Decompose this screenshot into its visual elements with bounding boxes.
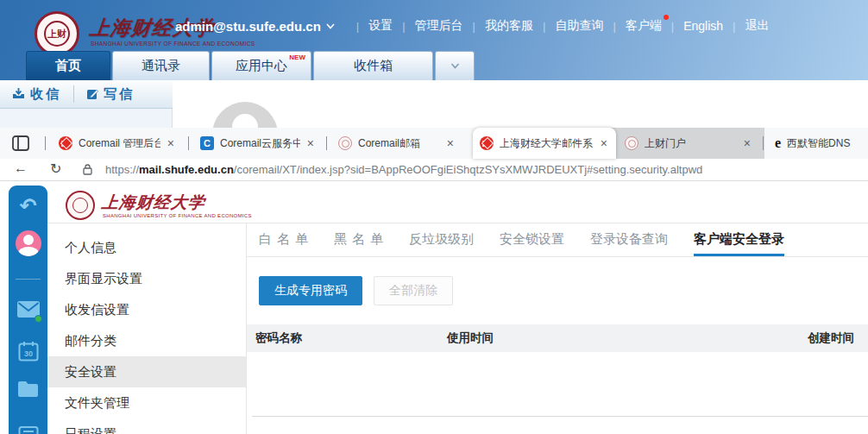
settings-sidebar: 个人信息 界面显示设置 收发信设置 邮件分类 安全设置 文件夹管理 日程设置 <box>47 223 246 434</box>
webmail-window: 上财 上海财经大学 SHANGHAI UNIVERSITY OF FINANCE… <box>0 0 868 128</box>
webmail-top-nav: admin@stu.sufe.edu.cn | 设置 | 管理后台 | 我的客服… <box>175 18 769 34</box>
tab-security-lock[interactable]: 安全锁设置 <box>500 223 564 256</box>
compose-icon <box>86 88 98 100</box>
mail-nav-button[interactable] <box>9 301 47 321</box>
receive-mail-icon <box>12 88 25 100</box>
menu-self-query[interactable]: 自助查询 <box>555 18 603 34</box>
coremail-icon <box>480 136 494 150</box>
user-avatar[interactable] <box>9 230 47 256</box>
menu-admin-console[interactable]: 管理后台 <box>415 18 463 34</box>
greeting-avatar <box>212 102 278 128</box>
sidebar-item-schedule[interactable]: 日程设置 <box>47 418 246 434</box>
sidebar-item-mail-category[interactable]: 邮件分类 <box>47 325 246 356</box>
menu-settings[interactable]: 设置 <box>368 18 393 34</box>
password-table-header: 密码名称 使用时间 创建时间 <box>247 324 868 352</box>
col-password-name: 密码名称 <box>255 324 302 352</box>
browser-tabstrip: Coremail 管理后台 × C Coremail云服务中 × Coremai… <box>0 128 868 159</box>
university-seal-logo: 上财 <box>35 11 79 56</box>
new-badge: NEW <box>289 53 305 61</box>
col-use-time: 使用时间 <box>447 324 494 352</box>
sufe-seal-icon <box>625 136 638 150</box>
menu-logout[interactable]: 退出 <box>745 18 769 34</box>
sidebar-item-send-receive[interactable]: 收发信设置 <box>47 294 246 325</box>
coremail-icon <box>59 136 72 150</box>
tab-actions-icon[interactable] <box>12 135 29 151</box>
chevron-down-icon[interactable] <box>326 23 335 29</box>
url-text[interactable]: https://mail.shufe.edu.cn/coremail/XT/in… <box>105 163 702 176</box>
close-tab-icon[interactable]: × <box>166 136 176 150</box>
schedule-nav-button[interactable] <box>9 425 47 434</box>
security-tabs: 白名单 黑名单 反垃圾级别 安全锁设置 登录设备查询 客户端安全登录 <box>247 223 868 257</box>
lock-icon[interactable] <box>83 164 92 175</box>
settings-page: ↶ 30 <box>0 181 868 434</box>
menu-english[interactable]: English <box>683 19 723 33</box>
browser-tab-sufe-portal[interactable]: 上财门户 × <box>618 128 759 159</box>
svg-text:30: 30 <box>23 349 32 358</box>
browser-tab-sufe-mail-active[interactable]: 上海财经大学邮件系 × <box>473 128 616 159</box>
reload-icon[interactable]: ↻ <box>50 160 61 177</box>
close-tab-icon[interactable]: × <box>599 136 609 150</box>
close-tab-icon[interactable]: × <box>445 136 456 150</box>
browser-tab-coremail-admin[interactable]: Coremail 管理后台 × <box>52 128 183 159</box>
sidebar-item-security[interactable]: 安全设置 <box>47 356 246 387</box>
back-icon[interactable]: ← <box>14 160 28 176</box>
sufe-seal-logo <box>66 191 95 220</box>
generate-password-button[interactable]: 生成专用密码 <box>259 276 362 305</box>
webmail-banner: 上财 上海财经大学 SHANGHAI UNIVERSITY OF FINANCE… <box>0 0 868 80</box>
tab-whitelist[interactable]: 白名单 <box>259 223 313 256</box>
col-create-time: 创建时间 <box>808 324 854 352</box>
ie-icon: e <box>775 136 781 150</box>
tab-login-devices[interactable]: 登录设备查询 <box>590 223 668 256</box>
compose-mail-button[interactable]: 写信 <box>74 80 147 108</box>
page-logo-en: SHANGHAI UNIVERSITY OF FINANCE AND ECONO… <box>103 213 252 218</box>
calendar-icon: 30 <box>18 341 39 362</box>
browser-tab-coremail-mailbox[interactable]: Coremail邮箱 × <box>331 128 462 159</box>
mail-toolbar: 收信 写信 <box>0 80 173 109</box>
browser-window: Coremail 管理后台 × C Coremail云服务中 × Coremai… <box>0 128 868 434</box>
coremail-cloud-icon: C <box>200 136 214 150</box>
tab-overflow-dropdown[interactable] <box>435 51 475 80</box>
undo-icon: ↶ <box>19 196 36 217</box>
schedule-icon <box>18 425 39 434</box>
tab-contacts[interactable]: 通讯录 <box>112 51 210 80</box>
clear-all-button[interactable]: 全部清除 <box>374 276 453 305</box>
menu-my-support[interactable]: 我的客服 <box>485 18 533 34</box>
receive-mail-button[interactable]: 收信 <box>0 80 73 108</box>
left-icon-rail: ↶ 30 <box>9 186 47 434</box>
notification-dot <box>664 15 669 20</box>
close-tab-icon[interactable]: × <box>742 136 752 150</box>
sidebar-item-personal-info[interactable]: 个人信息 <box>47 232 246 263</box>
back-button[interactable]: ↶ <box>9 196 47 217</box>
sidebar-item-folder-mgmt[interactable]: 文件夹管理 <box>47 387 246 418</box>
university-name-en: SHANGHAI UNIVERSITY OF FINANCE AND ECONO… <box>91 41 255 47</box>
tab-home[interactable]: 首页 <box>26 51 110 80</box>
webmail-tabbar: 首页 通讯录 应用中心NEW 收件箱 <box>26 51 476 80</box>
menu-client[interactable]: 客户端 <box>626 18 662 34</box>
table-bottom-divider <box>252 416 868 417</box>
close-tab-icon[interactable]: × <box>305 136 316 150</box>
sufe-seal-icon <box>338 136 352 150</box>
browser-tab-dns[interactable]: e 西默智能DNS <box>768 128 868 159</box>
account-dropdown[interactable]: admin@stu.sufe.edu.cn <box>175 19 321 34</box>
folder-icon <box>17 381 39 398</box>
browser-tab-coremail-cloud[interactable]: C Coremail云服务中 × <box>193 128 323 159</box>
tab-client-secure-login[interactable]: 客户端安全登录 <box>694 223 784 256</box>
sidebar-item-display[interactable]: 界面显示设置 <box>47 263 246 294</box>
chevron-down-icon <box>450 63 460 69</box>
folders-nav-button[interactable] <box>9 381 47 398</box>
online-status-dot <box>35 315 42 323</box>
tab-antispam-level[interactable]: 反垃圾级别 <box>409 223 474 256</box>
calendar-nav-button[interactable]: 30 <box>9 341 47 362</box>
security-content: 白名单 黑名单 反垃圾级别 安全锁设置 登录设备查询 客户端安全登录 生成专用密… <box>247 223 868 434</box>
browser-addressbar: ← ↻ https://mail.shufe.edu.cn/coremail/X… <box>0 159 868 181</box>
tab-inbox[interactable]: 收件箱 <box>313 51 433 80</box>
tab-app-center[interactable]: 应用中心NEW <box>211 51 311 80</box>
page-logo-cn: 上海财经大学 <box>101 192 207 214</box>
webmail-subheader: 收信 写信 admin，中午好，吃饭的时候最好不要盯着电脑哦。 <box>0 80 868 128</box>
tab-blacklist[interactable]: 黑名单 <box>334 223 388 256</box>
avatar-icon <box>16 230 41 256</box>
